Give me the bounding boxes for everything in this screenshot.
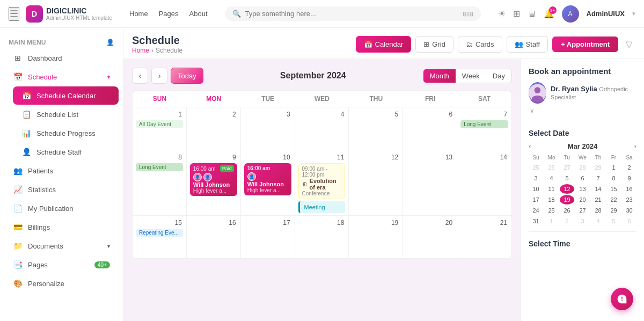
cal-cell-sep7[interactable]: 7 Long Event	[457, 107, 511, 150]
cal-cell-sep5[interactable]: 5	[349, 107, 403, 150]
mini-cal-day[interactable]: 10	[529, 184, 543, 194]
sidebar-item-documents[interactable]: 📁 Documents ▾	[4, 237, 119, 255]
mini-cal-day[interactable]: 3	[575, 216, 590, 226]
mini-cal-day-12[interactable]: 12	[560, 184, 574, 194]
mini-cal-day[interactable]: 16	[622, 184, 636, 194]
nav-pages[interactable]: Pages	[159, 10, 179, 18]
mini-cal-day[interactable]: 1	[606, 163, 621, 172]
sidebar-item-patients[interactable]: 👥 Patients	[4, 162, 119, 180]
cal-next-btn[interactable]: ›	[151, 68, 167, 84]
cal-cell-sep18[interactable]: 18	[295, 216, 349, 259]
cal-cell-sep16[interactable]: 16	[187, 216, 241, 259]
mini-cal-day[interactable]: 27	[575, 206, 590, 215]
mini-cal-day[interactable]: 21	[591, 195, 605, 205]
grid-btn[interactable]: ⊞	[513, 9, 520, 19]
mini-cal-day[interactable]: 25	[544, 206, 559, 215]
event-repeating[interactable]: Repeating Eve...	[136, 229, 183, 237]
event-long-cont[interactable]: Long Event	[136, 163, 183, 171]
cal-prev-btn[interactable]: ‹	[132, 68, 148, 84]
sidebar-item-personalize[interactable]: 🎨 Personalize	[4, 274, 119, 293]
doctor-chevron-icon[interactable]: ∨	[529, 106, 636, 115]
mini-cal-day[interactable]: 3	[529, 173, 543, 183]
cal-view-week[interactable]: Week	[456, 69, 486, 83]
cal-cell-sep21[interactable]: 21	[457, 216, 511, 259]
mini-cal-day[interactable]: 29	[606, 206, 621, 215]
mini-cal-day[interactable]: 6	[622, 216, 636, 226]
mini-cal-day[interactable]: 17	[529, 195, 543, 205]
sidebar-item-my-publication[interactable]: 📄 My Publication	[4, 199, 119, 217]
cal-cell-sep13[interactable]: 13	[403, 150, 457, 216]
sidebar-item-schedule-staff[interactable]: 👤 Schedule Staff	[13, 143, 119, 161]
event-will-johnson-mon[interactable]: 16:00 am Paid 👤 👤 Will Johnson High feve…	[190, 163, 237, 196]
chat-fab[interactable]	[611, 288, 633, 310]
sidebar-item-schedule-progress[interactable]: 📊 Schedule Progress	[13, 124, 119, 142]
mini-cal-day[interactable]: 24	[529, 206, 543, 215]
mini-cal-day[interactable]: 4	[591, 216, 605, 226]
sidebar-item-schedule-calendar[interactable]: 📅 Schedule Calendar	[13, 86, 119, 105]
sidebar-item-schedule-list[interactable]: 📋 Schedule List	[13, 105, 119, 123]
mini-cal-day[interactable]: 6	[575, 173, 590, 183]
nav-home[interactable]: Home	[129, 10, 148, 18]
cal-cell-sep19[interactable]: 19	[349, 216, 403, 259]
tab-cards[interactable]: 🗂 Cards	[458, 36, 502, 53]
mini-cal-day[interactable]: 13	[575, 184, 590, 194]
mini-cal-day[interactable]: 2	[622, 163, 636, 172]
mini-cal-day[interactable]: 26	[560, 206, 574, 215]
mini-cal-day[interactable]: 29	[591, 163, 605, 172]
mini-cal-prev-btn[interactable]: ‹	[529, 142, 531, 150]
sidebar-item-dashboard[interactable]: ⊞ Dashboard	[4, 49, 119, 67]
event-will-johnson-1[interactable]: 16:00 am 👤 Will Johnson High fever a...	[244, 163, 291, 195]
mini-cal-day[interactable]: 18	[544, 195, 559, 205]
mini-cal-day[interactable]: 22	[606, 195, 621, 205]
tab-staff[interactable]: 👥 Staff	[507, 36, 548, 53]
mini-cal-day[interactable]: 23	[622, 195, 636, 205]
event-evolution[interactable]: 09:00 am - 12:00 pm 🗓 Evolution of era C…	[298, 163, 346, 199]
tab-calendar[interactable]: 📅 Calendar	[356, 36, 412, 53]
monitor-btn[interactable]: 🖥	[528, 9, 536, 19]
search-input[interactable]	[245, 10, 458, 18]
cal-cell-sep14[interactable]: 14	[457, 150, 511, 216]
cal-cell-sep12[interactable]: 12	[349, 150, 403, 216]
cal-cell-sep11[interactable]: 11 09:00 am - 12:00 pm 🗓 Evolution of er…	[295, 150, 349, 216]
mini-cal-day[interactable]: 30	[622, 206, 636, 215]
mini-cal-day[interactable]: 8	[606, 173, 621, 183]
mini-cal-day[interactable]: 7	[591, 173, 605, 183]
event-allday[interactable]: All Day Event	[136, 120, 183, 128]
event-long-event[interactable]: Long Event	[460, 120, 508, 128]
mini-cal-day-19-active[interactable]: 19	[560, 195, 574, 205]
mini-cal-day[interactable]: 2	[560, 216, 574, 226]
cal-cell-sep4[interactable]: 4	[295, 107, 349, 150]
nav-about[interactable]: About	[189, 10, 208, 18]
mini-cal-day[interactable]: 20	[575, 195, 590, 205]
filter-btn[interactable]: ▽	[623, 36, 635, 53]
mini-cal-day[interactable]: 28	[575, 163, 590, 172]
cal-view-day[interactable]: Day	[486, 69, 511, 83]
mini-cal-day[interactable]: 5	[606, 216, 621, 226]
cal-cell-sep2[interactable]: 2	[187, 107, 241, 150]
notification-btn[interactable]: 🔔 9+	[544, 9, 554, 19]
hamburger-btn[interactable]: ☰	[9, 7, 19, 21]
sidebar-item-pages[interactable]: 📑 Pages 40+	[4, 256, 119, 274]
mini-cal-day[interactable]: 25	[529, 163, 543, 172]
mini-cal-day[interactable]: 14	[591, 184, 605, 194]
cal-today-btn[interactable]: Today	[171, 68, 203, 84]
mini-cal-day[interactable]: 9	[622, 173, 636, 183]
sidebar-item-statistics[interactable]: 📈 Statistics	[4, 180, 119, 199]
mini-cal-next-btn[interactable]: ›	[634, 142, 636, 150]
sidebar-item-schedule[interactable]: 📅 Schedule ▾	[4, 68, 119, 86]
mini-cal-day[interactable]: 26	[544, 163, 559, 172]
brightness-btn[interactable]: ☀	[498, 9, 506, 19]
mini-cal-day[interactable]: 5	[560, 173, 574, 183]
event-meeting[interactable]: Meeting	[298, 201, 346, 213]
cal-cell-sep9[interactable]: 9 16:00 am Paid 👤 👤 Will Johnson High fe…	[187, 150, 241, 216]
mini-cal-day[interactable]: 28	[591, 206, 605, 215]
mini-cal-day[interactable]: 1	[544, 216, 559, 226]
cal-cell-sep17[interactable]: 17	[241, 216, 295, 259]
mini-cal-day[interactable]: 4	[544, 173, 559, 183]
mini-cal-day[interactable]: 15	[606, 184, 621, 194]
cal-cell-sep10[interactable]: 10 16:00 am 👤 Will Johnson High fever a.…	[241, 150, 295, 216]
breadcrumb-home[interactable]: Home	[132, 47, 149, 54]
cal-cell-sep6[interactable]: 6	[403, 107, 457, 150]
tab-grid[interactable]: ⊞ Grid	[415, 36, 453, 53]
cal-cell-sep3[interactable]: 3	[241, 107, 295, 150]
